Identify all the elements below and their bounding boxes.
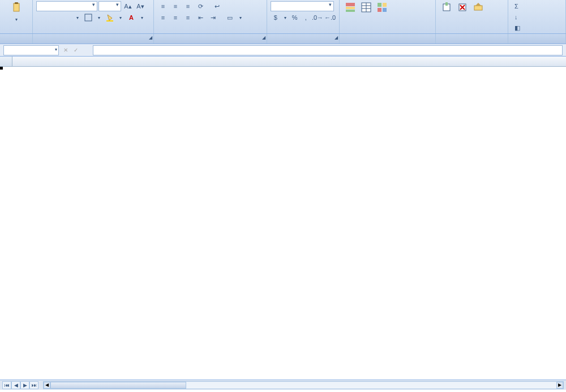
orientation-button[interactable]: ⟳ [195, 1, 206, 11]
align-center-button[interactable]: ≡ [170, 12, 181, 23]
chevron-down-icon: ▾ [237, 12, 245, 23]
fill-button[interactable]: ↓ [512, 12, 521, 22]
align-right-button[interactable]: ≡ [182, 12, 194, 23]
decrease-font-button[interactable]: A▾ [135, 1, 146, 11]
indent-decrease-button[interactable]: ⇤ [195, 12, 206, 23]
format-as-table-button[interactable] [359, 1, 374, 25]
tab-first-button[interactable]: ⏮ [2, 381, 11, 389]
svg-rect-5 [346, 7, 355, 9]
svg-rect-13 [378, 8, 381, 12]
enter-formula-button[interactable]: ✓ [71, 46, 80, 55]
dialog-launcher-icon[interactable]: ◢ [335, 35, 338, 40]
group-alignment: ≡ ≡ ≡ ⟳ ↩ ≡ ≡ ≡ ⇤ ⇥ ▭ ▾ [154, 0, 267, 33]
conditional-format-button[interactable] [343, 1, 358, 25]
name-box[interactable]: ▾ [3, 45, 59, 55]
group-number: $▾ % , .0→ ←.0 [267, 0, 340, 33]
label-align: ◢ [154, 34, 267, 44]
italic-button[interactable] [49, 12, 60, 23]
chevron-down-icon: ▾ [74, 12, 82, 23]
cond-format-icon [345, 2, 355, 12]
merge-icon: ▭ [227, 14, 233, 21]
format-button[interactable] [471, 1, 486, 25]
autosum-button[interactable]: Σ [512, 1, 521, 11]
cancel-formula-button[interactable]: ✕ [61, 46, 70, 55]
svg-rect-6 [346, 10, 355, 12]
indent-increase-button[interactable]: ⇥ [207, 12, 218, 23]
group-cells [436, 0, 508, 33]
font-color-button[interactable]: A [126, 12, 137, 23]
fx-button[interactable] [82, 46, 91, 55]
scroll-thumb[interactable] [50, 382, 186, 389]
clipboard-icon [11, 2, 22, 12]
column-headers [0, 57, 566, 67]
ribbon-toolbar: ▾ A▴ A▾ ▾ ▾ ▾ A ▾ ≡ ≡ ≡ ⟳ [0, 0, 566, 34]
spreadsheet-grid[interactable] [0, 57, 566, 381]
chevron-down-icon: ▾ [138, 12, 146, 23]
label-editing [508, 34, 566, 44]
decrease-decimal-button[interactable]: ←.0 [324, 12, 336, 23]
label-cells [436, 34, 508, 44]
fill-color-button[interactable] [104, 12, 115, 23]
table-icon [361, 2, 371, 12]
cell-styles-icon [377, 2, 387, 12]
dialog-launcher-icon[interactable]: ◢ [262, 35, 265, 40]
svg-rect-12 [383, 3, 387, 7]
tab-nav-buttons: ⏮ ◀ ▶ ⏭ [2, 381, 38, 389]
tab-prev-button[interactable]: ◀ [11, 381, 20, 389]
label-clipboard [0, 34, 33, 44]
align-top-button[interactable]: ≡ [157, 1, 169, 11]
increase-font-button[interactable]: A▴ [122, 1, 134, 11]
ribbon-group-labels: ◢ ◢ ◢ [0, 34, 566, 44]
align-left-button[interactable]: ≡ [157, 12, 169, 23]
label-font: ◢ [33, 34, 154, 44]
percent-button[interactable]: % [290, 12, 300, 23]
align-middle-button[interactable]: ≡ [170, 1, 181, 11]
svg-rect-0 [14, 3, 19, 11]
chevron-down-icon: ▾ [282, 12, 289, 23]
chevron-down-icon: ▾ [55, 47, 57, 52]
comma-button[interactable]: , [301, 12, 311, 23]
bold-button[interactable] [36, 12, 48, 23]
insert-button[interactable] [439, 1, 454, 25]
tab-last-button[interactable]: ⏭ [29, 381, 38, 389]
group-clipboard: ▾ [0, 0, 33, 33]
format-icon [473, 2, 483, 12]
svg-rect-1 [15, 2, 18, 4]
font-name-select[interactable] [36, 1, 97, 11]
font-size-select[interactable] [98, 1, 121, 11]
chevron-down-icon: ▾ [95, 12, 103, 23]
select-all-corner[interactable] [0, 57, 12, 66]
scroll-left-button[interactable]: ◀ [44, 382, 50, 389]
horizontal-scrollbar[interactable]: ◀ ▶ [43, 381, 564, 389]
active-cell-indicator [0, 67, 2, 69]
group-editing: Σ ↓ ◧ [508, 0, 566, 33]
chevron-down-icon: ▾ [12, 15, 20, 24]
wrap-text-button[interactable]: ↩ [212, 1, 222, 11]
number-format-select[interactable] [271, 1, 334, 11]
align-bottom-button[interactable]: ≡ [182, 1, 194, 11]
currency-button[interactable]: $ [271, 12, 281, 23]
cell-styles-button[interactable] [375, 1, 389, 25]
group-styles [340, 0, 436, 33]
scroll-right-button[interactable]: ▶ [556, 382, 563, 389]
underline-button[interactable] [61, 12, 72, 23]
paste-button[interactable]: ▾ [3, 1, 29, 25]
border-button[interactable] [83, 12, 94, 23]
svg-rect-11 [378, 3, 381, 7]
dialog-launcher-icon[interactable]: ◢ [149, 35, 152, 40]
fill-icon: ↓ [514, 14, 518, 20]
merge-center-button[interactable]: ▭ [224, 12, 235, 23]
delete-button[interactable] [455, 1, 470, 25]
label-number: ◢ [267, 34, 340, 44]
svg-rect-16 [445, 2, 448, 6]
tab-next-button[interactable]: ▶ [20, 381, 29, 389]
svg-rect-4 [346, 3, 355, 6]
sheet-tabs-bar: ⏮ ◀ ▶ ⏭ ◀ ▶ [0, 380, 566, 390]
svg-rect-2 [85, 14, 92, 21]
clear-button[interactable]: ◧ [512, 23, 523, 33]
insert-icon [441, 2, 452, 12]
formula-input[interactable] [93, 45, 563, 55]
formula-bar: ▾ ✕ ✓ [0, 44, 566, 57]
svg-rect-3 [106, 20, 113, 21]
increase-decimal-button[interactable]: .0→ [312, 12, 323, 23]
